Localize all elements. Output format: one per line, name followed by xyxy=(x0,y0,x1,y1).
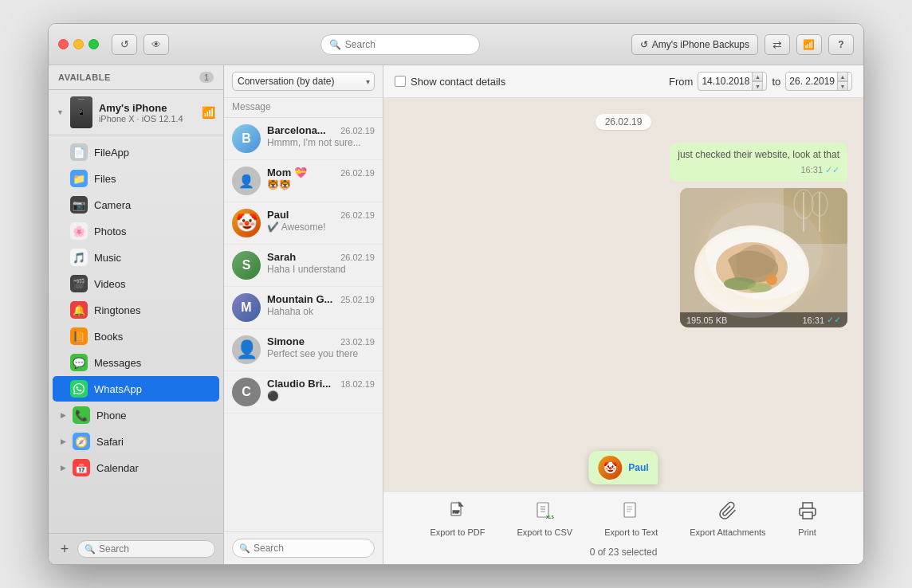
expand-icon: ▼ xyxy=(57,108,64,116)
conversation-name: Claudio Bri... xyxy=(267,378,331,390)
export-csv-label: Export to CSV xyxy=(517,527,572,537)
to-date-input[interactable]: 26. 2.2019 ▲ ▼ xyxy=(785,72,852,91)
message-time: 16:31 xyxy=(800,164,823,176)
to-date-stepper[interactable]: ▲ ▼ xyxy=(837,72,848,91)
show-contact-checkbox[interactable] xyxy=(395,76,406,87)
message-text: just checked their website, look at that xyxy=(678,148,839,162)
export-attachments-button[interactable]: Export Attachments xyxy=(683,498,772,540)
conversation-body: Simone 23.02.19 Perfect see you there xyxy=(267,335,375,359)
list-item[interactable]: C Claudio Bri... 18.02.19 ⚫ xyxy=(224,371,383,414)
image-meta: 16:31 ✓✓ xyxy=(802,315,841,325)
popup-avatar: 🤡 xyxy=(598,456,622,480)
message-bubble: just checked their website, look at that… xyxy=(670,143,847,182)
from-date-input[interactable]: 14.10.2018 ▲ ▼ xyxy=(698,72,767,91)
export-csv-icon: XLS xyxy=(535,501,554,525)
sidebar-item-books[interactable]: 📙 Books xyxy=(53,323,219,349)
export-text-label: Export to Text xyxy=(604,527,658,537)
sidebar-item-photos[interactable]: 🌸 Photos xyxy=(53,218,219,244)
fileapp-icon: 📄 xyxy=(70,143,88,161)
list-item[interactable]: 👤 Mom 💝 26.02.19 🐯🐯 xyxy=(224,160,383,202)
list-item[interactable]: 👤 Simone 23.02.19 Perfect see you there xyxy=(224,329,383,371)
minimize-button[interactable] xyxy=(73,39,84,49)
wifi-button[interactable]: 📶 xyxy=(796,34,822,55)
device-name: Amy's iPhone xyxy=(99,102,195,114)
sidebar-item-calendar[interactable]: ▶ 📅 Calendar xyxy=(53,455,219,480)
wifi-status-icon: 📶 xyxy=(202,106,215,119)
help-button[interactable]: ? xyxy=(828,34,854,55)
music-icon: 🎵 xyxy=(70,249,88,266)
arrow-button[interactable]: ⇄ xyxy=(765,34,790,55)
from-date-stepper[interactable]: ▲ ▼ xyxy=(752,72,763,91)
conversation-preview: Hmmm, I'm not sure... xyxy=(267,137,375,148)
filter-select-wrapper[interactable]: Conversation (by date) Conversation (by … xyxy=(232,72,375,91)
print-button[interactable]: Print xyxy=(792,498,824,540)
device-section[interactable]: ▼ 📱 Amy's iPhone iPhone X · iOS 12.1.4 📶 xyxy=(49,90,223,135)
conv-search-icon: 🔍 xyxy=(239,543,250,554)
from-date-down[interactable]: ▼ xyxy=(752,81,763,91)
sidebar-item-files[interactable]: 📁 Files xyxy=(53,166,219,191)
from-date-value: 14.10.2018 xyxy=(702,76,749,87)
titlebar-search-field[interactable]: 🔍 xyxy=(320,34,480,55)
add-app-button[interactable]: + xyxy=(57,541,73,557)
show-contact-label: Show contact details xyxy=(411,76,505,88)
conversation-filter-select[interactable]: Conversation (by date) Conversation (by … xyxy=(232,72,375,91)
export-text-button[interactable]: Export to Text xyxy=(598,498,664,540)
refresh-button[interactable]: ↺ xyxy=(112,34,137,55)
conversation-preview: Hahaha ok xyxy=(267,306,375,317)
camera-icon: 📷 xyxy=(70,196,88,214)
conversation-body: Barcelona... 26.02.19 Hmmm, I'm not sure… xyxy=(267,124,375,148)
export-pdf-button[interactable]: PDF Export to PDF xyxy=(423,498,491,540)
middle-panel: Conversation (by date) Conversation (by … xyxy=(224,65,383,564)
eye-button[interactable]: 👁 xyxy=(143,34,169,55)
list-item[interactable]: 🤡 Paul 26.02.19 ✔️ Awesome! xyxy=(224,202,383,245)
sidebar-item-ringtones[interactable]: 🔔 Ringtones xyxy=(53,297,219,323)
sidebar-item-whatsapp[interactable]: WhatsApp xyxy=(53,376,219,402)
help-icon: ? xyxy=(838,39,843,50)
books-icon: 📙 xyxy=(70,327,88,345)
toolbar-buttons: PDF Export to PDF XLS xyxy=(423,498,823,540)
sidebar-item-camera[interactable]: 📷 Camera xyxy=(53,192,219,218)
sidebar-search-input[interactable] xyxy=(99,543,208,555)
svg-rect-1 xyxy=(784,188,847,244)
svg-rect-19 xyxy=(624,503,635,517)
maximize-button[interactable] xyxy=(88,39,99,49)
read-receipt-icon: ✓✓ xyxy=(825,164,839,176)
image-time: 16:31 xyxy=(802,316,824,325)
sidebar-item-messages[interactable]: 💬 Messages xyxy=(53,350,219,375)
avatar: C xyxy=(232,378,261,406)
sidebar-item-phone[interactable]: ▶ 📞 Phone xyxy=(53,402,219,428)
conversation-body: Sarah 26.02.19 Haha I understand xyxy=(267,251,375,275)
device-icon: 📱 xyxy=(70,96,92,128)
list-item[interactable]: S Sarah 26.02.19 Haha I understand xyxy=(224,245,383,287)
close-button[interactable] xyxy=(58,39,69,49)
svg-text:PDF: PDF xyxy=(453,510,460,514)
avatar: 👤 xyxy=(232,335,261,364)
sidebar-search-box[interactable]: 🔍 xyxy=(77,540,215,558)
to-date-up[interactable]: ▲ xyxy=(837,72,848,81)
traffic-lights xyxy=(58,39,99,49)
conv-search-box[interactable]: 🔍 xyxy=(232,539,375,558)
list-item[interactable]: M Mountain G... 25.02.19 Hahaha ok xyxy=(224,287,383,329)
conversation-date: 26.02.19 xyxy=(340,168,375,178)
sidebar-search-icon: 🔍 xyxy=(85,544,96,555)
sidebar-item-videos[interactable]: 🎬 Videos xyxy=(53,271,219,296)
from-label: From xyxy=(669,76,693,88)
conversation-date: 26.02.19 xyxy=(340,126,375,135)
bubble-meta: 16:31 ✓✓ xyxy=(678,164,839,176)
export-csv-button[interactable]: XLS Export to CSV xyxy=(510,498,579,540)
list-item[interactable]: B Barcelona... 26.02.19 Hmmm, I'm not su… xyxy=(224,118,383,160)
conversation-name: Barcelona... xyxy=(267,124,326,136)
backup-button[interactable]: ↺ Amy's iPhone Backups xyxy=(631,34,758,55)
sidebar-item-music[interactable]: 🎵 Music xyxy=(53,245,219,270)
to-date-down[interactable]: ▼ xyxy=(837,81,848,91)
sidebar-item-safari[interactable]: ▶ 🧭 Safari xyxy=(53,429,219,454)
conversation-name: Sarah xyxy=(267,251,296,263)
conversation-preview: Haha I understand xyxy=(267,264,375,275)
titlebar-search-input[interactable] xyxy=(345,39,471,50)
image-read-receipt: ✓✓ xyxy=(827,315,841,325)
from-date-up[interactable]: ▲ xyxy=(752,72,763,81)
conv-search-input[interactable] xyxy=(254,543,368,554)
sidebar-item-fileapp[interactable]: 📄 FileApp xyxy=(53,139,219,165)
avatar: S xyxy=(232,251,261,280)
calendar-label: Calendar xyxy=(96,462,139,474)
